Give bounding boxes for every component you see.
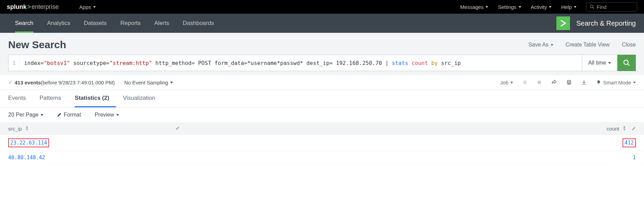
caret-down-icon [519, 6, 521, 8]
search-query-input[interactable]: index="botsv1" sourcetype="stream:http" … [20, 60, 582, 66]
cell-count: 412 [359, 135, 644, 151]
pencil-icon [57, 112, 62, 117]
page-title: New Search [8, 39, 66, 51]
caret-down-icon [608, 62, 611, 64]
results-table: src_ip ▲▼ count ▲▼ 23.22.63.114 4 [0, 122, 644, 164]
stop-button[interactable] [537, 80, 542, 85]
caret-down-icon [93, 6, 96, 8]
tab-visualization[interactable]: Visualization [123, 90, 162, 107]
caret-down-icon [551, 44, 553, 46]
caret-down-icon [41, 114, 43, 116]
col-header-src-ip[interactable]: src_ip ▲▼ [0, 122, 359, 135]
apps-menu-label: Apps [79, 4, 91, 10]
export-button[interactable] [581, 80, 587, 85]
time-range-picker[interactable]: All time [582, 55, 617, 71]
svg-line-1 [593, 8, 594, 9]
app-title-area: Search & Reporting [556, 16, 636, 30]
find-placeholder: Find [597, 4, 606, 10]
svg-point-0 [590, 5, 593, 8]
cell-count: 1 [359, 151, 644, 164]
tab-patterns[interactable]: Patterns [40, 90, 68, 107]
caret-down-icon [574, 6, 576, 8]
logo-splunk-text: splunk [7, 3, 27, 11]
create-table-view-button[interactable]: Create Table View [566, 42, 610, 48]
svg-point-2 [624, 60, 628, 65]
line-number: 1 [9, 55, 20, 71]
close-button[interactable]: Close [622, 42, 636, 48]
smart-mode-dropdown[interactable]: Smart Mode [596, 80, 636, 85]
app-title: Search & Reporting [576, 19, 636, 27]
find-input[interactable]: Find [586, 2, 637, 12]
edit-column-icon[interactable] [632, 126, 636, 132]
nav-reports[interactable]: Reports [114, 14, 148, 33]
cell-src-ip[interactable]: 23.22.63.114 [0, 135, 359, 151]
svg-rect-5 [525, 81, 526, 84]
search-bar-row: 1 index="botsv1" sourcetype="stream:http… [0, 55, 644, 75]
cell-src-ip[interactable]: 40.80.148.42 [0, 151, 359, 164]
logo-gt-icon: > [27, 3, 32, 11]
caret-down-icon [549, 6, 552, 8]
caret-down-icon [116, 114, 119, 116]
edit-column-icon[interactable] [176, 125, 180, 131]
search-status-row: ✓ 413 events (before 9/28/23 7:49:01.000… [0, 75, 644, 90]
caret-down-icon [510, 82, 513, 83]
global-topbar: splunk > enterprise Apps Messages Settin… [0, 0, 644, 14]
sort-icon: ▲▼ [25, 125, 29, 131]
print-icon [566, 80, 572, 85]
share-icon [551, 80, 557, 85]
caret-down-icon [633, 82, 636, 83]
messages-label: Messages [460, 4, 483, 10]
event-time-range: (before 9/28/23 7:49:01.000 PM) [41, 80, 115, 85]
caret-down-icon [170, 82, 173, 83]
download-icon [581, 80, 587, 85]
table-row[interactable]: 23.22.63.114 412 [0, 135, 644, 151]
tab-statistics[interactable]: Statistics (2) [75, 90, 116, 107]
svg-rect-6 [538, 81, 541, 84]
pencil-icon [632, 126, 636, 131]
app-icon [556, 16, 570, 30]
messages-menu[interactable]: Messages [460, 4, 488, 10]
nav-dashboards[interactable]: Dashboards [176, 14, 221, 33]
stop-icon [537, 80, 542, 85]
help-label: Help [561, 4, 572, 10]
result-tabs: Events Patterns Statistics (2) Visualiza… [0, 90, 644, 108]
nav-datasets[interactable]: Datasets [77, 14, 114, 33]
search-icon [623, 59, 630, 67]
table-row[interactable]: 40.80.148.42 1 [0, 151, 644, 164]
logo-enterprise-text: enterprise [32, 3, 59, 11]
page-header: New Search Save As Create Table View Clo… [0, 33, 644, 55]
activity-label: Activity [531, 4, 547, 10]
nav-alerts[interactable]: Alerts [148, 14, 176, 33]
svg-line-3 [628, 64, 630, 66]
table-controls: 20 Per Page Format Preview [0, 108, 644, 122]
help-menu[interactable]: Help [561, 4, 576, 10]
sort-icon: ▲▼ [623, 125, 626, 131]
pause-button[interactable] [523, 80, 527, 85]
per-page-dropdown[interactable]: 20 Per Page [8, 112, 43, 118]
tab-events[interactable]: Events [8, 90, 33, 107]
event-count: 413 events [15, 80, 41, 85]
search-input-box[interactable]: 1 index="botsv1" sourcetype="stream:http… [8, 55, 582, 71]
splunk-logo[interactable]: splunk > enterprise [7, 3, 59, 11]
nav-search[interactable]: Search [8, 14, 40, 33]
apps-menu[interactable]: Apps [79, 4, 96, 10]
job-menu[interactable]: Job [500, 80, 513, 85]
page-actions: Save As Create Table View Close [528, 42, 636, 48]
preview-dropdown[interactable]: Preview [95, 112, 119, 118]
pause-icon [523, 80, 527, 85]
app-navbar: Search Analytics Datasets Reports Alerts… [0, 14, 644, 33]
lightbulb-icon [596, 80, 601, 85]
pencil-icon [176, 126, 180, 130]
col-header-count[interactable]: count ▲▼ [359, 122, 644, 135]
format-dropdown[interactable]: Format [57, 112, 81, 118]
event-sampling-dropdown[interactable]: No Event Sampling [124, 80, 173, 85]
search-button[interactable] [617, 55, 636, 71]
caret-down-icon [485, 6, 488, 8]
nav-analytics[interactable]: Analytics [40, 14, 77, 33]
save-as-button[interactable]: Save As [528, 42, 553, 48]
settings-menu[interactable]: Settings [498, 4, 521, 10]
print-button[interactable] [566, 80, 572, 85]
svg-rect-4 [524, 81, 525, 84]
share-button[interactable] [551, 80, 557, 85]
activity-menu[interactable]: Activity [531, 4, 552, 10]
